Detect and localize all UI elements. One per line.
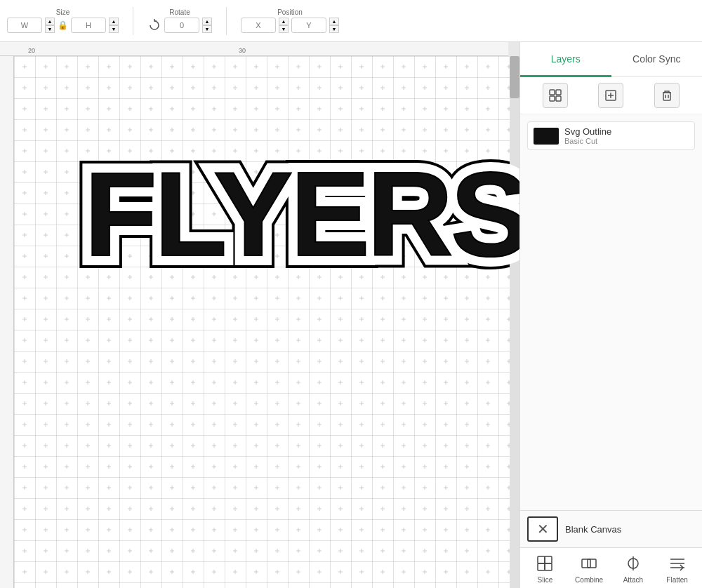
delete-layer-button[interactable] (654, 83, 680, 108)
rotate-spin[interactable]: ▲ ▼ (202, 18, 212, 33)
layers-list: Svg Outline Basic Cut (520, 114, 702, 510)
svg-rect-15 (588, 559, 596, 568)
position-x-input[interactable] (241, 18, 276, 33)
ruler-top: 20 30 (0, 42, 508, 56)
size-label: Size (56, 8, 69, 16)
divider-2 (226, 7, 227, 35)
position-y-spin[interactable]: ▲ ▼ (329, 18, 339, 33)
rotate-down[interactable]: ▼ (202, 25, 212, 33)
size-h-spin[interactable]: ▲ ▼ (109, 18, 119, 33)
combine-button[interactable]: Combine (572, 552, 606, 584)
combine-icon (578, 552, 600, 575)
layer-item[interactable]: Svg Outline Basic Cut (527, 121, 695, 150)
position-x-down[interactable]: ▼ (279, 25, 289, 33)
svg-rect-2 (550, 96, 555, 101)
flatten-label: Flatten (666, 576, 688, 584)
blank-canvas-bar[interactable]: ✕ Blank Canvas (520, 510, 702, 547)
combine-label: Combine (575, 576, 603, 584)
trash-icon (660, 88, 674, 102)
tab-layers[interactable]: Layers (520, 42, 611, 77)
ruler-marks: 20 30 (0, 42, 508, 55)
tab-color-sync[interactable]: Color Sync (611, 42, 703, 77)
size-w-up[interactable]: ▲ (45, 18, 55, 25)
flyers-wrapper: FLYERS FLYERS FLYERS (84, 154, 519, 274)
size-group: Size ▲ ▼ 🔒 ▲ ▼ (7, 8, 119, 33)
flatten-button[interactable]: Flatten (661, 552, 694, 584)
position-y-up[interactable]: ▲ (329, 18, 339, 25)
size-inputs: ▲ ▼ 🔒 ▲ ▼ (7, 18, 119, 33)
flyers-container[interactable]: FLYERS FLYERS FLYERS (84, 154, 477, 309)
scrollbar-thumb[interactable] (510, 56, 519, 98)
layer-type: Basic Cut (564, 137, 611, 145)
attach-icon (622, 552, 644, 575)
svg-rect-10 (538, 556, 545, 563)
rotate-icon (147, 18, 161, 32)
flyers-text: FLYERS (84, 154, 519, 274)
svg-rect-11 (545, 556, 552, 563)
rotate-input[interactable] (164, 18, 199, 33)
add-icon (604, 88, 618, 102)
blank-canvas-swatch: ✕ (527, 516, 558, 542)
ruler-left (0, 56, 14, 588)
scrollbar-right[interactable] (510, 56, 519, 588)
rotate-group: Rotate ▲ ▼ (147, 8, 212, 33)
slice-label: Slice (538, 576, 553, 584)
panel-toolbar (520, 77, 702, 114)
slice-button[interactable]: Slice (528, 552, 562, 584)
position-x-spin[interactable]: ▲ ▼ (279, 18, 289, 33)
size-h-up[interactable]: ▲ (109, 18, 119, 25)
lock-icon: 🔒 (58, 20, 68, 30)
position-inputs: ▲ ▼ ▲ ▼ (241, 18, 339, 33)
top-toolbar: Size ▲ ▼ 🔒 ▲ ▼ Rotate ▲ ▼ (0, 0, 702, 42)
blank-canvas-label: Blank Canvas (565, 524, 621, 535)
size-w-input[interactable] (7, 18, 42, 33)
grid-canvas[interactable]: FLYERS FLYERS FLYERS (14, 56, 519, 588)
rotate-label: Rotate (169, 8, 190, 16)
size-h-input[interactable] (71, 18, 106, 33)
attach-button[interactable]: Attach (616, 552, 650, 584)
group-button[interactable] (543, 83, 568, 108)
rotate-inputs: ▲ ▼ (147, 18, 212, 33)
divider-1 (133, 7, 133, 35)
rotate-up[interactable]: ▲ (202, 18, 212, 25)
attach-label: Attach (623, 576, 643, 584)
panel-tabs: Layers Color Sync (520, 42, 702, 77)
slice-icon (534, 552, 556, 575)
svg-rect-13 (545, 563, 552, 570)
ruler-mark-30: 30 (239, 47, 246, 54)
bottom-actions: Slice Combine Attach (520, 547, 702, 588)
size-w-spin[interactable]: ▲ ▼ (45, 18, 55, 33)
blank-canvas-x-icon: ✕ (537, 521, 549, 537)
svg-rect-12 (538, 563, 545, 570)
main-area: 20 30 FLYERS FLYERS FLYERS (0, 42, 702, 588)
canvas-area[interactable]: 20 30 FLYERS FLYERS FLYERS (0, 42, 519, 588)
ruler-mark-20: 20 (28, 47, 35, 54)
layer-thumbnail (534, 128, 559, 145)
position-y-down[interactable]: ▼ (329, 25, 339, 33)
flatten-icon (666, 552, 689, 575)
svg-rect-3 (556, 96, 561, 101)
group-icon (548, 88, 562, 102)
add-layer-button[interactable] (598, 83, 623, 108)
right-panel: Layers Color Sync (519, 42, 702, 588)
position-label: Position (277, 8, 303, 16)
position-x-up[interactable]: ▲ (279, 18, 289, 25)
svg-rect-0 (550, 90, 555, 95)
size-w-down[interactable]: ▼ (45, 25, 55, 33)
layer-name: Svg Outline (564, 126, 611, 137)
svg-rect-1 (556, 90, 561, 95)
svg-rect-7 (663, 93, 670, 100)
svg-rect-14 (582, 559, 590, 568)
layer-info: Svg Outline Basic Cut (564, 126, 611, 145)
size-h-down[interactable]: ▼ (109, 25, 119, 33)
position-group: Position ▲ ▼ ▲ ▼ (241, 8, 339, 33)
position-y-input[interactable] (291, 18, 326, 33)
